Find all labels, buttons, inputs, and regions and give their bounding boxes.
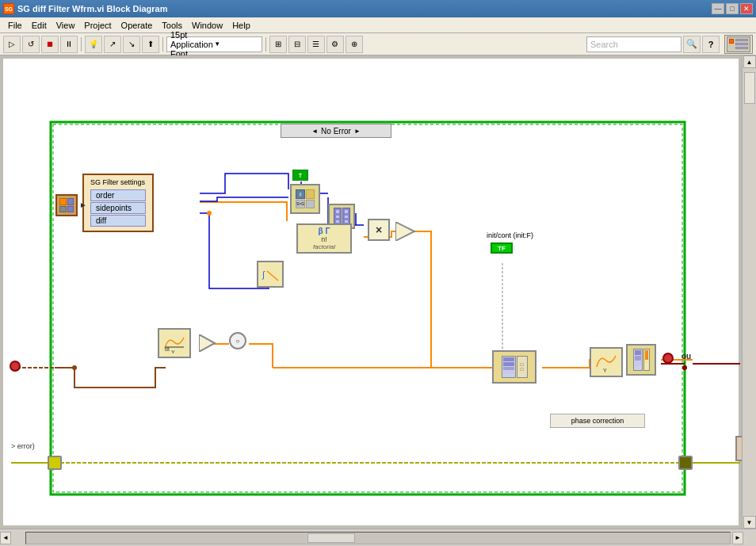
svg-point-4	[682, 365, 687, 370]
error-terminal-left	[48, 456, 62, 470]
init-cont-label: init/cont (init:F)	[487, 231, 533, 239]
input-terminal	[10, 361, 21, 372]
scroll-left-area: ◄	[0, 532, 24, 544]
help-button[interactable]: ?	[702, 36, 720, 53]
menu-edit[interactable]: Edit	[27, 17, 52, 33]
minimize-button[interactable]: —	[712, 3, 724, 14]
run-button[interactable]: ▷	[3, 36, 21, 53]
error-right-arrow: ►	[354, 128, 361, 135]
menu-bar: File Edit View Project Operate Tools Win…	[0, 17, 756, 33]
error-output-block: error	[735, 436, 742, 461]
error-terminal-right	[678, 456, 693, 470]
subvi-matrix-1: β S>G	[290, 184, 320, 214]
pause-button[interactable]: ⏸	[60, 36, 78, 53]
right-cluster-block	[626, 344, 656, 376]
svg-text:Y: Y	[171, 349, 175, 353]
svg-text:∫: ∫	[262, 269, 265, 280]
true-constant: T	[292, 170, 308, 181]
canvas-area[interactable]: ◄ No Error ► SG Filter settings ►	[0, 55, 742, 529]
factorial-subvi: β Γ n! factorial	[296, 223, 352, 254]
svg-marker-7	[395, 222, 414, 241]
sidepoints-field: sidepoints	[90, 202, 146, 214]
output-terminal	[662, 353, 674, 364]
maximize-button[interactable]: □	[726, 3, 739, 14]
horizontal-scroll-track	[25, 532, 731, 544]
bool-label: TF	[498, 245, 506, 252]
derivative-block: dt Y	[158, 328, 191, 358]
settings-cluster: SG Filter settings ► order sidepoints di…	[82, 174, 154, 232]
right-scrollbar: ▲ ▼	[742, 55, 756, 529]
svg-line-9	[267, 271, 278, 281]
scroll-left-button[interactable]: ◄	[0, 532, 11, 544]
error-text: error	[741, 442, 743, 456]
bool-indicator: TF	[491, 242, 513, 254]
font-dropdown-arrow: ▼	[214, 40, 258, 48]
menu-help[interactable]: Help	[227, 17, 255, 33]
step-out-button[interactable]: ⬆	[142, 36, 159, 53]
highlight-button[interactable]: 💡	[85, 36, 102, 53]
window-title: SG diff Filter Wfrm.vi Block Diagram	[17, 4, 167, 13]
title-bar: SG SG diff Filter Wfrm.vi Block Diagram …	[0, 0, 756, 17]
settings-icon	[55, 194, 78, 216]
output-label: ou	[682, 352, 691, 361]
block-diagram: ◄ No Error ► SG Filter settings ►	[3, 59, 739, 525]
search-button[interactable]: 🔍	[683, 36, 701, 53]
cleanup-button[interactable]: ⚙	[326, 36, 344, 53]
search-area: Search 🔍 ?	[586, 36, 720, 53]
menu-project[interactable]: Project	[79, 17, 116, 33]
scroll-down-button[interactable]: ▼	[743, 516, 756, 529]
scroll-up-button[interactable]: ▲	[743, 55, 756, 68]
amplifier-node	[395, 222, 418, 242]
toolbar: ▷ ↺ ⏹ ⏸ 💡 ↗ ↘ ⬆ 15pt Application Font ▼ …	[0, 33, 756, 55]
align-button[interactable]: ⊞	[269, 36, 287, 53]
svg-marker-13	[199, 334, 215, 352]
app-icon: SG	[3, 3, 14, 14]
error-in-label: > error)	[11, 442, 35, 450]
svg-point-2	[207, 211, 212, 216]
error-label: No Error	[321, 127, 351, 136]
main-area: ◄ No Error ► SG Filter settings ►	[0, 55, 756, 529]
scroll-right-button[interactable]: ►	[732, 532, 743, 544]
mini-vi-icon	[724, 35, 753, 54]
scroll-right-area: ►	[732, 532, 756, 544]
scroll-thumb[interactable]	[744, 72, 755, 104]
order-field: order	[90, 189, 146, 201]
svg-point-3	[72, 365, 77, 370]
abort-button[interactable]: ⏹	[41, 36, 59, 53]
circle-node: ○	[229, 332, 246, 349]
distribute-button[interactable]: ⊟	[288, 36, 306, 53]
error-left-arrow: ◄	[311, 128, 318, 135]
menu-operate[interactable]: Operate	[116, 17, 158, 33]
multiply-node: ×	[368, 219, 390, 241]
search-placeholder: Search	[590, 40, 618, 49]
phase-correction-label: phase correction	[550, 414, 645, 428]
arrow-connector: ►	[79, 200, 87, 209]
reorder-button[interactable]: ☰	[307, 36, 325, 53]
diff-field: diff	[90, 215, 146, 227]
menu-view[interactable]: View	[52, 17, 80, 33]
scroll-track	[743, 68, 756, 516]
horizontal-scroll-thumb[interactable]	[307, 533, 355, 543]
close-button[interactable]: ✕	[740, 3, 753, 14]
step-into-button[interactable]: ↘	[123, 36, 140, 53]
fir-filter-subvi: □□	[492, 350, 536, 384]
settings-label: SG Filter settings	[90, 178, 146, 186]
step-over-button[interactable]: ↗	[104, 36, 121, 53]
error-bar[interactable]: ◄ No Error ►	[281, 124, 391, 138]
extra-button[interactable]: ⊕	[346, 36, 363, 53]
run-continuously-button[interactable]: ↺	[22, 36, 40, 53]
polynomial-subvi: ∫	[257, 261, 284, 288]
menu-file[interactable]: File	[3, 17, 27, 33]
search-box: Search	[586, 36, 682, 52]
amplifier-2	[199, 334, 218, 353]
font-selector[interactable]: 15pt Application Font ▼	[166, 36, 262, 52]
svg-text:Y: Y	[603, 368, 607, 373]
status-bar: ◄ ►	[0, 529, 756, 546]
output-waveform-block: Y	[590, 347, 623, 377]
